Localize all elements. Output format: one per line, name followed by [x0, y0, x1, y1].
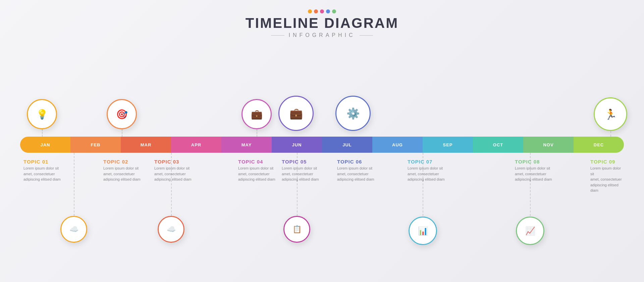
dot-3	[320, 9, 324, 13]
bar-aug: AUG	[372, 137, 423, 153]
topic07-name: TOPIC 07	[408, 159, 445, 164]
label-topic03: TOPIC 03 Lorem ipsum dolor sitamet, cons…	[154, 159, 192, 182]
month-sep: SEP	[443, 142, 452, 147]
header-dots	[0, 9, 644, 13]
bar-sep: .bar-segment:nth-child(9).has-up-arrow::…	[423, 137, 473, 153]
topic02-desc: Lorem ipsum dolor sitamet, consectetuera…	[103, 166, 141, 182]
dashed-topic01-below	[74, 153, 74, 216]
label-topic02: TOPIC 02 Lorem ipsum dolor sitamet, cons…	[103, 159, 141, 182]
dot-1	[308, 9, 312, 13]
circle-topic03: ☁️	[158, 216, 184, 243]
topic04-name: TOPIC 04	[238, 159, 275, 164]
topic08-desc: Lorem ipsum dolor sitamet, consectetuera…	[515, 166, 552, 182]
circle-topic02: 🎯	[107, 99, 137, 129]
circle-topic08: 📈	[516, 217, 544, 245]
topic01-desc: Lorem ipsum dolor sitamet, consectetuera…	[23, 166, 61, 182]
icon-topic02: 🎯	[116, 109, 128, 120]
topic06-desc: Lorem ipsum dolor sitamet, consectetuera…	[337, 166, 374, 182]
circle-topic06-above: ⚙️	[335, 96, 371, 131]
circle-topic07: 📊	[409, 217, 437, 245]
month-oct: OCT	[493, 142, 503, 147]
circle-topic09-above: 🏃	[594, 97, 627, 131]
bar-jan: .bar-segment:nth-child(1).has-up-arrow::…	[20, 137, 70, 153]
topic02-name: TOPIC 02	[103, 159, 141, 164]
topic05-name: TOPIC 05	[282, 159, 319, 164]
topic03-name: TOPIC 03	[154, 159, 192, 164]
dashed-topic02	[122, 129, 122, 137]
label-topic08: TOPIC 08 Lorem ipsum dolor sitamet, cons…	[515, 159, 552, 182]
page-background: TIMELINE DIAGRAM INFOGRAPHIC .bar-segmen…	[0, 0, 644, 282]
dashed-topic09-above	[610, 131, 611, 137]
topic08-name: TOPIC 08	[515, 159, 552, 164]
circle-topic01-below: ☁️	[60, 216, 87, 243]
month-may: MAY	[241, 142, 252, 147]
month-mar: MAR	[141, 142, 152, 147]
circle-topic05-above: 💼	[278, 96, 314, 131]
dashed-topic04	[257, 129, 257, 137]
timeline-bar: .bar-segment:nth-child(1).has-up-arrow::…	[20, 137, 624, 153]
label-topic04: TOPIC 04 Lorem ipsum dolor sitamet, cons…	[238, 159, 275, 182]
bar-jun: .bar-segment:nth-child(6).has-down-arrow…	[272, 137, 322, 153]
subtitle: INFOGRAPHIC	[0, 32, 644, 38]
month-apr: APR	[191, 142, 201, 147]
main-title: TIMELINE DIAGRAM	[0, 15, 644, 31]
icon-topic03: ☁️	[167, 225, 176, 234]
bar-may: .bar-segment:nth-child(5).has-up-arrow::…	[221, 137, 272, 153]
label-topic05: TOPIC 05 Lorem ipsum dolor sitamet, cons…	[282, 159, 319, 182]
icon-topic05b: 📋	[292, 225, 302, 234]
icon-topic05-above: 💼	[289, 107, 303, 120]
dot-2	[314, 9, 318, 13]
dashed-topic01-above	[42, 129, 43, 137]
bar-mar: .bar-segment:nth-child(3).has-down-arrow…	[121, 137, 171, 153]
month-jul: JUL	[342, 142, 352, 147]
icon-topic01: 💡	[36, 109, 48, 120]
label-topic01: TOPIC 01 Lorem ipsum dolor sitamet, cons…	[23, 159, 61, 182]
bar-jul: .bar-segment:nth-child(7).has-down-arrow…	[322, 137, 372, 153]
icon-topic08: 📈	[525, 226, 535, 236]
icon-topic04: 💼	[251, 109, 263, 120]
icon-topic07: 📊	[418, 226, 428, 236]
topic04-desc: Lorem ipsum dolor sitamet, consectetuera…	[238, 166, 275, 182]
bar-nov: .bar-segment:nth-child(11).has-up-arrow:…	[523, 137, 574, 153]
topic01-name: TOPIC 01	[23, 159, 61, 164]
icon-topic09-above: 🏃	[604, 108, 617, 120]
bar-oct: OCT	[473, 137, 523, 153]
header: TIMELINE DIAGRAM INFOGRAPHIC	[0, 0, 644, 38]
month-feb: FEB	[91, 142, 101, 147]
topic07-desc: Lorem ipsum dolor sitamet, consectetuera…	[408, 166, 445, 182]
bar-dec: .bar-segment:nth-child(12).has-down-arro…	[574, 137, 624, 153]
topic09-desc: Lorem ipsum dolor sitamet, consectetuera…	[590, 166, 624, 193]
bar-feb: .bar-segment:nth-child(2).has-up-arrow::…	[70, 137, 121, 153]
month-dec: DEC	[594, 142, 604, 147]
circle-topic04: 💼	[241, 99, 272, 129]
topic03-desc: Lorem ipsum dolor sitamet, consectetuera…	[154, 166, 192, 182]
topic09-name: TOPIC 09	[590, 159, 624, 164]
month-jan: JAN	[40, 142, 50, 147]
label-topic06: TOPIC 06 Lorem ipsum dolor sitamet, cons…	[337, 159, 374, 182]
label-topic09: TOPIC 09 Lorem ipsum dolor sitamet, cons…	[590, 159, 624, 193]
bar-apr: APR	[171, 137, 221, 153]
icon-topic06-above: ⚙️	[346, 107, 360, 120]
dot-4	[326, 9, 330, 13]
topic05-desc: Lorem ipsum dolor sitamet, consectetuera…	[282, 166, 319, 182]
circle-topic05-below: 📋	[283, 216, 310, 243]
icon-topic01b: ☁️	[69, 225, 78, 234]
dot-5	[332, 9, 336, 13]
month-nov: NOV	[543, 142, 553, 147]
label-topic07: TOPIC 07 Lorem ipsum dolor sitamet, cons…	[408, 159, 445, 182]
month-jun: JUN	[292, 142, 302, 147]
circle-topic01-above: 💡	[27, 99, 57, 129]
month-aug: AUG	[392, 142, 403, 147]
topic06-name: TOPIC 06	[337, 159, 374, 164]
